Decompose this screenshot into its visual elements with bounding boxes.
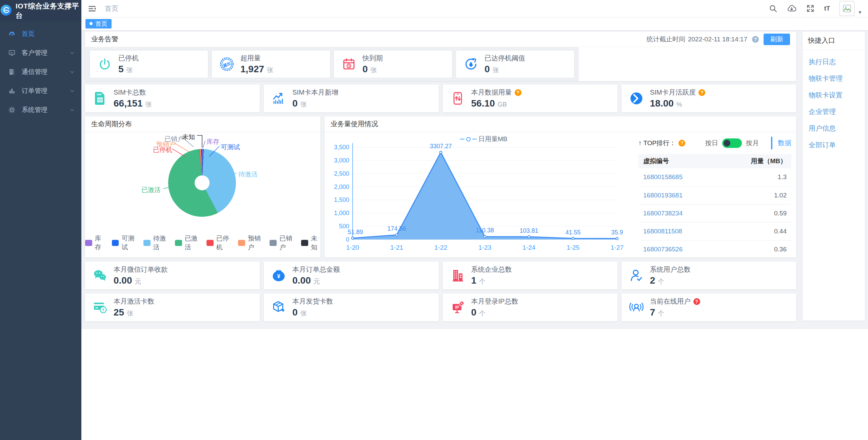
pie-legend-item[interactable]: 已销户 — [270, 234, 294, 252]
quick-entry-panel: 快捷入口 执行日志物联卡管理物联卡设置企业管理用户信息全部订单 — [803, 32, 865, 321]
sidebar-item-communication[interactable]: 通信管理 — [0, 62, 81, 81]
stat-card-text: 系统用户总数2个 — [650, 265, 691, 286]
over-quota-stamp-icon: 超出 — [219, 56, 235, 72]
chevron-down-icon[interactable]: ▾ — [859, 9, 861, 15]
stat-card-title-text: SIM卡月活跃度 — [650, 88, 696, 97]
x-tick-label: 1-23 — [478, 244, 491, 251]
data-point-label: 35.9 — [611, 229, 623, 236]
sidebar: IOT综合业务支撑平台 首页客户管理通信管理订单管理系统管理 — [0, 0, 81, 440]
stat-card-title-text: 快到期 — [362, 54, 383, 63]
series-legend[interactable]: 日用量MB — [460, 135, 508, 144]
stat-card-value: 0 — [485, 64, 490, 74]
quick-link-3[interactable]: 企业管理 — [809, 107, 859, 116]
legend-line-icon — [472, 139, 477, 139]
hamburger-icon[interactable] — [86, 3, 98, 15]
quick-link-0[interactable]: 执行日志 — [809, 57, 859, 66]
virtual-number-cell[interactable]: 16800736526 — [638, 240, 718, 258]
stats-row: SIMSIM卡总数66,151张SIM卡本月新增0张本月数据用量?56.10GB… — [85, 84, 796, 112]
sidebar-item-label: 通信管理 — [22, 68, 47, 76]
stat-card-title-text: 系统企业总数 — [471, 265, 512, 274]
refresh-button[interactable]: 刷新 — [764, 34, 790, 45]
pie-legend-item[interactable]: 库存 — [85, 234, 104, 252]
y-tick-label: 2,000 — [334, 184, 349, 190]
sidebar-item-label: 首页 — [22, 30, 35, 38]
table-row: 168008115080.44 — [638, 222, 791, 240]
stat-card-text: 本月微信订单收款0.00元 — [114, 265, 168, 286]
x-tick-label: 1-22 — [434, 244, 447, 251]
pie-legend-item[interactable]: 已停机 — [206, 234, 231, 252]
sidebar-item-system[interactable]: 系统管理 — [0, 100, 81, 119]
avatar[interactable] — [840, 1, 854, 16]
sidebar-item-order[interactable]: 订单管理 — [0, 81, 81, 100]
stat-card-title-text: 已达停机阈值 — [485, 54, 525, 63]
tag-home[interactable]: 首页 — [85, 19, 112, 28]
stat-card-value: 56.10 — [471, 98, 495, 109]
pie-legend-item[interactable]: 未知 — [301, 234, 320, 252]
stat-card-title: 本月微信订单收款 — [114, 265, 168, 274]
stat-card-value: 0 — [292, 98, 298, 109]
breadcrumb: 首页 — [105, 4, 118, 13]
legend-swatch — [238, 240, 245, 246]
fullscreen-icon[interactable] — [806, 4, 815, 13]
pie-donut[interactable] — [168, 149, 236, 217]
font-size-icon[interactable]: tT — [824, 5, 830, 12]
pie-card-header: 生命周期分布 — [85, 116, 320, 132]
stat-card-value-row: 2个 — [650, 275, 691, 286]
stat-card-value-row: 1个 — [471, 275, 512, 286]
help-icon[interactable]: ? — [678, 140, 685, 147]
quick-link-1[interactable]: 物联卡管理 — [809, 74, 859, 83]
virtual-number-cell[interactable]: 16800158685 — [638, 168, 718, 186]
pie-legend-item[interactable]: 预销户 — [238, 234, 262, 252]
stat-card-value-row: 0张 — [292, 98, 338, 109]
virtual-number-cell[interactable]: 16800811508 — [638, 222, 718, 240]
usage-value-cell: 0.59 — [718, 204, 791, 222]
stat-card-text: 本月订单总金额0.00元 — [292, 265, 340, 286]
stat-card-value-row: 0.00元 — [292, 275, 340, 286]
help-icon[interactable]: ? — [698, 89, 705, 96]
app-logo[interactable]: IOT综合业务支撑平台 — [0, 0, 81, 22]
navbar: 首页 tT ▾ — [81, 0, 868, 17]
legend-swatch — [270, 240, 277, 246]
search-icon[interactable] — [769, 4, 777, 13]
virtual-number-cell[interactable]: 16800193681 — [638, 186, 718, 204]
bottom2-card: 当前在线用户?7个 — [622, 293, 796, 321]
help-icon[interactable]: ? — [693, 298, 700, 305]
stat-card-title-text: 本月订单总金额 — [292, 265, 340, 274]
usage-card-title: 业务量使用情况 — [331, 119, 378, 129]
sidebar-item-home[interactable]: 首页 — [0, 24, 81, 43]
stat-card-title-text: SIM卡总数 — [114, 88, 146, 97]
stat-card-unit: 张 — [267, 66, 273, 74]
help-icon[interactable]: ? — [752, 36, 759, 43]
help-icon[interactable]: ? — [515, 89, 521, 96]
stat-card-text: 已停机5张 — [118, 54, 139, 75]
quick-link-4[interactable]: 用户信息 — [809, 124, 859, 133]
pie-legend-label: 预销户 — [248, 234, 262, 252]
alert-header-right: 统计截止时间 2022-02-11 18:14:17 ? 刷新 — [647, 34, 790, 45]
quick-link-2[interactable]: 物联卡设置 — [809, 91, 859, 100]
cloud-download-icon[interactable] — [787, 4, 796, 13]
stat-card-unit: GB — [498, 101, 507, 108]
data-point-label: 103.81 — [519, 227, 538, 234]
pie-legend-item[interactable]: 待激活 — [143, 234, 167, 252]
pie-slice-label: 待激活 — [238, 170, 258, 179]
sidebar-item-customer[interactable]: 客户管理 — [0, 43, 81, 62]
period-toggle[interactable] — [722, 138, 742, 148]
stat-card-text: 本月登录IP总数0个 — [471, 297, 518, 318]
chevron-down-icon — [70, 51, 75, 55]
quick-link-5[interactable]: 全部订单 — [809, 140, 859, 150]
stat-card-unit: 元 — [135, 278, 141, 285]
pie-legend-item[interactable]: 可测试 — [112, 234, 136, 252]
area-chart[interactable]: 05001,0001,5002,0002,5003,0003,50051.891… — [327, 132, 626, 257]
stat-card-title: 超用量 — [240, 54, 273, 63]
stat-card-title: SIM卡总数 — [114, 88, 152, 97]
stat-card-title-text: 本月数据用量 — [471, 88, 512, 97]
pie-slice-label: 库存 — [206, 137, 219, 146]
tab-data[interactable]: 数据 — [771, 137, 791, 149]
y-tick-label: 1,000 — [334, 210, 349, 216]
stat-card-title: 本月发货卡数 — [292, 297, 333, 306]
stat-card-title-text: SIM卡本月新增 — [292, 88, 338, 97]
pie-legend-item[interactable]: 已激活 — [175, 234, 199, 252]
order-icon — [8, 87, 17, 95]
virtual-number-cell[interactable]: 16800738234 — [638, 204, 718, 222]
usage-body: 日用量MB 05001,0001,5002,0002,5003,0003,500… — [324, 132, 796, 257]
